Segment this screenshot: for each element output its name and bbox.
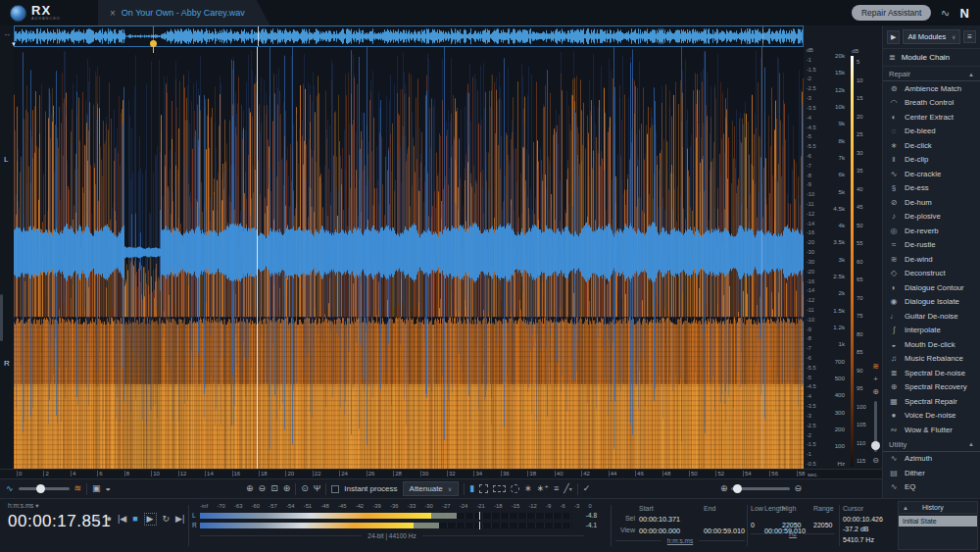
module-item-breath-control[interactable]: ◠Breath Control [883, 96, 980, 111]
module-item-de-crackle[interactable]: ∿De-crackle [883, 167, 980, 181]
module-item-deconstruct[interactable]: ◇Deconstruct [883, 267, 980, 281]
cursor-marker-pin[interactable] [150, 40, 157, 47]
amplitude-scale[interactable]: dB-1-1.5-2-2.5-3-3.5-4-4.5-5-5.5-6-7-8-9… [804, 47, 823, 469]
level-meters[interactable]: -inf-70-63-60-57-54-51-48-45-42-39-36-33… [192, 503, 608, 539]
go-to-end-button[interactable]: ▶| [175, 515, 184, 524]
module-item-voice-de-noise[interactable]: ●Voice De-noise [883, 409, 980, 424]
lasso-selection-tool[interactable] [511, 484, 519, 493]
tab-close-icon[interactable]: × [110, 8, 116, 19]
waveform-blend-icon[interactable]: ∿ [6, 484, 14, 493]
zoom-out-vertical-button[interactable]: ⊖ [872, 457, 879, 465]
module-item-interpolate[interactable]: ∫Interpolate [883, 324, 980, 338]
history-item[interactable]: Initial State [899, 516, 977, 527]
module-item-dither[interactable]: ▤Dither [883, 466, 980, 480]
monitor-icon[interactable]: ∩ [94, 515, 100, 524]
module-item-spectral-de-noise[interactable]: ≣Spectral De-noise [883, 366, 980, 380]
section-collapse-icon[interactable]: ▲ [968, 441, 974, 447]
panel-menu-icon[interactable]: ≡ [963, 30, 976, 43]
time-unit-link[interactable]: h:m:s.ms [615, 537, 745, 544]
module-item-azimuth[interactable]: ∿Azimuth [883, 452, 980, 467]
module-item-dialogue-contour[interactable]: ◗Dialogue Contour [883, 280, 980, 295]
hand-tool-button[interactable]: Ψ [314, 484, 321, 493]
section-collapse-icon[interactable]: ▲ [968, 72, 974, 77]
zoom-tool-button[interactable]: ⊙ [301, 484, 309, 493]
frequency-selection-tool[interactable] [493, 485, 506, 492]
legend-gradient-bar[interactable] [851, 56, 854, 467]
horizontal-zoom-in-button[interactable]: ⊕ [720, 484, 728, 493]
zoom-fit-button[interactable]: ⊛ [283, 484, 291, 493]
horizontal-zoom-out-button[interactable]: ⊖ [794, 484, 802, 493]
spectrogram-blend-icon[interactable]: ≋ [74, 484, 82, 493]
module-item-de-plosive[interactable]: ♪De-plosive [883, 210, 980, 225]
play-button[interactable]: ▶ [144, 513, 157, 526]
module-section-header[interactable]: Utility▲ [883, 437, 980, 452]
module-item-mouth-de-click[interactable]: ◒Mouth De-click [883, 337, 980, 352]
brush-selection-tool[interactable]: ╱▾ [564, 484, 571, 493]
all-modules-dropdown[interactable]: All Modules ∨ [903, 29, 960, 44]
overview-fit-icon[interactable]: ↔ [3, 29, 11, 38]
module-item-de-bleed[interactable]: ◌De-bleed [883, 125, 980, 139]
module-item-de-click[interactable]: ∗De-click [883, 138, 980, 153]
harmonic-selection-tool[interactable]: ≡ [554, 484, 559, 493]
module-item-wow-flutter[interactable]: ∾Wow & Flutter [883, 423, 980, 437]
module-item-center-extract[interactable]: ◐Center Extract [883, 110, 980, 125]
spectrogram-legend[interactable]: dB 5101520253035404550556065707580859095… [849, 47, 869, 469]
freq-range-value[interactable]: 22050 [813, 522, 843, 528]
repair-assistant-button[interactable]: Repair Assistant [852, 5, 931, 21]
time-ruler[interactable]: 0246810121416182022242628303234363840424… [0, 469, 882, 478]
magic-wand-add-tool[interactable]: ∗⁺ [537, 484, 549, 493]
time-frequency-selection-tool[interactable] [479, 484, 488, 493]
stop-button[interactable]: ■ [132, 515, 137, 524]
freq-high-value[interactable]: 22050 [782, 522, 811, 528]
process-mode-select[interactable]: Attenuate ∨ [403, 481, 460, 496]
comment-icon[interactable]: ◒ [106, 484, 111, 493]
clipboard-icon[interactable]: ▣ [92, 484, 101, 493]
commit-check-icon[interactable]: ✓ [583, 484, 591, 493]
gesture-icon[interactable]: ∿ [940, 6, 952, 21]
blend-slider-knob[interactable] [36, 484, 45, 493]
horizontal-zoom-knob[interactable] [733, 484, 742, 493]
view-start-value[interactable]: 00:00:00.000 [639, 527, 704, 535]
horizontal-zoom-slider[interactable] [731, 487, 790, 490]
sel-start-value[interactable]: 00:00:10.371 [639, 515, 704, 524]
magic-wand-tool[interactable]: ∗ [524, 484, 532, 493]
overview-canvas[interactable] [15, 26, 803, 46]
module-chain-item[interactable]: ≣ Module Chain [883, 48, 980, 67]
module-item-eq[interactable]: ∿EQ [883, 480, 980, 495]
time-format-selector[interactable]: h:m:s.ms ▾ [8, 502, 111, 510]
zoom-in-button[interactable]: ⊕ [246, 484, 254, 493]
spectrogram-zoom-icon[interactable]: ≋ [872, 363, 879, 371]
zoom-selection-button[interactable]: ⊡ [270, 484, 278, 493]
run-module-button[interactable]: ▶ [887, 30, 900, 44]
module-item-guitar-de-noise[interactable]: ♩Guitar De-noise [883, 309, 980, 324]
frequency-scale[interactable]: 20k15k12k10k9k8k7k6k5k4.5k4k3.5k3k2.5k2k… [823, 47, 849, 469]
vertical-zoom-knob[interactable] [871, 441, 880, 450]
module-item-ambience-match[interactable]: ⊚Ambience Match [883, 81, 980, 96]
vertical-zoom-slider[interactable] [874, 401, 877, 452]
record-button[interactable]: ● [106, 515, 111, 524]
module-item-de-rustle[interactable]: ≈De-rustle [883, 238, 980, 253]
instant-process-checkbox[interactable] [331, 485, 339, 493]
blend-slider[interactable] [19, 487, 70, 490]
module-item-dialogue-isolate[interactable]: ◉Dialogue Isolate [883, 295, 980, 310]
module-item-de-clip[interactable]: ‖De-clip [883, 153, 980, 168]
zoom-in-vertical-button[interactable]: ⊕ [872, 388, 879, 396]
spectrogram-view[interactable]: ▼ [14, 47, 804, 469]
spectrogram-canvas[interactable] [14, 47, 804, 469]
module-item-de-ess[interactable]: §De-ess [883, 181, 980, 196]
history-collapse-icon[interactable]: ▲ [903, 505, 908, 511]
module-item-spectral-recovery[interactable]: ⊕Spectral Recovery [883, 380, 980, 395]
freq-low-value[interactable]: 0 [751, 522, 780, 528]
zoom-out-button[interactable]: ⊖ [259, 484, 267, 493]
module-section-header[interactable]: Repair▲ [883, 67, 980, 81]
fit-vertical-icon[interactable]: + [873, 376, 878, 383]
module-item-de-hum[interactable]: ⊘De-hum [883, 195, 980, 210]
waveform-overview[interactable] [14, 25, 804, 47]
freq-unit-link[interactable]: Hz [751, 530, 835, 537]
module-item-de-wind[interactable]: ≋De-wind [883, 252, 980, 267]
time-selection-tool[interactable]: ▮ [469, 484, 474, 493]
file-tab[interactable]: × On Your Own - Abby Carey.wav [98, 0, 270, 25]
vertical-scrollbar[interactable] [0, 294, 3, 341]
module-item-de-reverb[interactable]: ◎De-reverb [883, 224, 980, 238]
module-item-music-rebalance[interactable]: ♫Music Rebalance [883, 352, 980, 367]
